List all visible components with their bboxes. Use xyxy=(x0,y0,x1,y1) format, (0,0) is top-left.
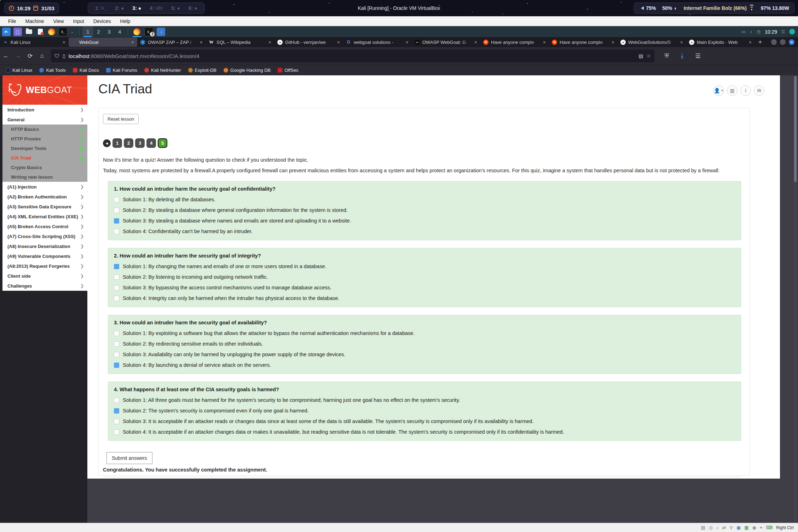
checkbox[interactable] xyxy=(114,296,119,301)
audio-status-icon[interactable]: ♪ xyxy=(716,525,719,530)
sidebar-item-http-basics[interactable]: HTTP Basics✓ xyxy=(2,125,87,134)
host-workspace-6[interactable]: 6:● xyxy=(186,5,200,11)
answer-option[interactable]: Solution 3: It is acceptable if an attac… xyxy=(114,418,735,424)
sidebar-item-challenges[interactable]: Challenges❯ xyxy=(2,281,87,291)
answer-option[interactable]: Solution 1: By deleting all the database… xyxy=(114,197,735,202)
sidebar-item-a5-broken-access-control[interactable]: (A5) Broken Access Control❯ xyxy=(2,221,87,231)
sidebar-item-cia-triad[interactable]: CIA Triad✓ xyxy=(2,153,87,163)
app-launcher-icon[interactable] xyxy=(13,28,22,36)
bookmark-kali-docs[interactable]: Kali Docs xyxy=(73,68,99,73)
checkbox[interactable] xyxy=(114,208,119,213)
webgoat-logo-header[interactable]: WEBGOAT xyxy=(2,75,87,105)
taskbar-workspace-1[interactable]: 1 xyxy=(82,26,93,37)
answer-option[interactable]: Solution 4: By launching a denial of ser… xyxy=(114,362,735,368)
tab-reddit-1[interactable]: Have anyone comple× xyxy=(480,37,549,47)
scoreboard-button[interactable]: ▥ xyxy=(727,85,738,96)
mouse-integration-status-icon[interactable]: ⌖ xyxy=(760,525,762,531)
answer-option[interactable]: Solution 4: Integrity can only be harmed… xyxy=(114,295,735,301)
back-button[interactable]: ← xyxy=(0,50,12,62)
host-clock-widget[interactable]: 16:29 31/03 xyxy=(4,2,59,14)
checkbox[interactable] xyxy=(114,229,119,234)
tab-github-vernjan[interactable]: GitHub - vernjan/we× xyxy=(274,37,343,47)
audio-tray-icon[interactable]: ♪ xyxy=(750,29,752,34)
shared-folders-status-icon[interactable]: ▣ xyxy=(736,525,741,530)
page-3-button[interactable]: 3 xyxy=(135,138,145,148)
checkbox[interactable] xyxy=(114,331,119,336)
tab-close-icon[interactable]: × xyxy=(131,40,134,45)
downloads-icon[interactable]: ⭳ xyxy=(676,50,688,62)
display-status-icon[interactable]: ▦ xyxy=(744,525,748,530)
file-manager-icon[interactable] xyxy=(25,28,33,36)
page-2-button[interactable]: 2 xyxy=(124,138,133,148)
sidebar-item-a2-broken-authentication[interactable]: (A2) Broken Authentication❯ xyxy=(2,192,87,202)
tab-webgoat-solutions-search[interactable]: webgoat solutions -× xyxy=(343,37,412,47)
shield-permissions-icon[interactable]: 🛡 xyxy=(54,53,59,59)
menu-hamburger-icon[interactable]: ☰ xyxy=(692,50,704,62)
taskbar-workspace-3[interactable]: 3 xyxy=(104,26,114,37)
kali-menu-button[interactable] xyxy=(2,28,11,36)
tab-close-icon[interactable]: × xyxy=(337,40,340,45)
bookmark-star-icon[interactable]: ☆ xyxy=(646,53,651,59)
menu-help[interactable]: Help xyxy=(116,16,135,26)
brightness-indicator[interactable]: 50%◐ xyxy=(662,5,677,11)
sidebar-item-a9-vulnerable-components[interactable]: (A9) Vulnerable Components❯ xyxy=(2,251,87,261)
bookmark-kali-linux[interactable]: Kali Linux xyxy=(6,68,32,73)
checkbox[interactable] xyxy=(114,274,119,280)
menu-input[interactable]: Input xyxy=(69,16,89,26)
tab-close-icon[interactable]: × xyxy=(63,40,65,45)
host-workspace-2[interactable]: 2:● xyxy=(112,5,127,11)
sidebar-item-a1-injection[interactable]: (A1) Injection❯ xyxy=(2,182,87,192)
taskbar-workspace-4[interactable]: 4 xyxy=(114,26,125,37)
sidebar-item-a3-sensitive-data-exposure[interactable]: (A3) Sensitive Data Exposure❯ xyxy=(2,202,87,212)
menu-file[interactable]: File xyxy=(4,16,21,26)
hdd-status-icon[interactable]: ▤ xyxy=(701,525,705,530)
tab-kali-linux[interactable]: Kali Linux× xyxy=(0,37,69,47)
url-bar[interactable]: 🛡 ▯ localhost:8080/WebGoat/start.mvc#les… xyxy=(51,50,654,62)
reader-mode-icon[interactable]: ▤ xyxy=(638,53,643,59)
tab-close-icon[interactable]: × xyxy=(612,40,614,45)
checkbox[interactable] xyxy=(114,408,119,414)
tab-webgoatsolutions-repo[interactable]: WebGoatSolutions/S× xyxy=(618,37,686,47)
firefox-launcher-icon[interactable] xyxy=(47,28,56,36)
tab-close-icon[interactable]: × xyxy=(543,40,546,45)
answer-option[interactable]: Solution 2: By stealing a database where… xyxy=(114,207,735,213)
display-tray-icon[interactable]: ▭ xyxy=(741,29,746,34)
checkbox[interactable] xyxy=(114,197,119,202)
sidebar-item-a7-xss[interactable]: (A7) Cross-Site Scripting (XSS)❯ xyxy=(2,231,87,241)
previous-page-button[interactable]: ◄ xyxy=(103,139,111,147)
extension-shield-icon[interactable]: ⛨ xyxy=(661,50,673,62)
bookmark-exploit-db[interactable]: Exploit-DB xyxy=(188,68,216,73)
host-status-widgets[interactable]: 75% 50%◐ Internet Familie Bolz (66%) 97%… xyxy=(634,2,794,14)
terminal-window-button[interactable]: 3 xyxy=(143,26,155,37)
checkbox[interactable] xyxy=(114,285,119,290)
usb-status-icon[interactable]: ⚲ xyxy=(729,525,733,530)
taskbar-workspace-2[interactable]: 2 xyxy=(93,26,104,37)
host-workspace-1[interactable]: 1:>_ xyxy=(92,5,109,11)
answer-option[interactable]: Solution 2: The system's security is com… xyxy=(114,408,735,414)
terminal-dropdown-caret[interactable]: ⌄ xyxy=(71,30,74,34)
tab-close-icon[interactable]: × xyxy=(200,40,203,45)
bookmark-offsec[interactable]: OffSec xyxy=(278,68,299,73)
forward-button[interactable]: → xyxy=(12,50,24,62)
answer-option[interactable]: Solution 3: By bypassing the access cont… xyxy=(114,285,735,290)
page-1-button[interactable]: 1 xyxy=(112,138,122,148)
tab-main-exploits[interactable]: Main Exploits · Web× xyxy=(686,37,755,47)
page-5-button-current[interactable]: 5 xyxy=(158,138,167,148)
answer-option[interactable]: Solution 3: Availability can only be har… xyxy=(114,352,735,357)
page-4-button[interactable]: 4 xyxy=(146,138,156,148)
host-workspace-5[interactable]: 5:● xyxy=(168,5,183,11)
url-text[interactable]: localhost:8080/WebGoat/start.mvc#lesson/… xyxy=(69,53,635,59)
host-workspace-4[interactable]: 4:</> xyxy=(147,5,166,11)
checkbox[interactable] xyxy=(114,363,119,368)
answer-option[interactable]: Solution 2: By redirecting sensitive ema… xyxy=(114,341,735,347)
menu-machine[interactable]: Machine xyxy=(21,16,49,26)
sidebar-item-general[interactable]: General❯ xyxy=(2,115,87,125)
taskbar-clock[interactable]: 10:29 xyxy=(765,29,777,35)
tab-owasp-webgoat[interactable]: OWASP WebGoat: G× xyxy=(412,37,480,47)
recording-status-icon[interactable]: ◉ xyxy=(752,525,756,530)
sidebar-item-crypto-basics[interactable]: Crypto Basics xyxy=(2,163,87,172)
volume-indicator[interactable]: 75% xyxy=(639,5,656,11)
user-menu-button[interactable]: 👤▼ xyxy=(713,85,724,96)
answer-option[interactable]: Solution 2: By listening to incoming and… xyxy=(114,274,735,280)
new-tab-button[interactable]: + xyxy=(755,37,765,47)
